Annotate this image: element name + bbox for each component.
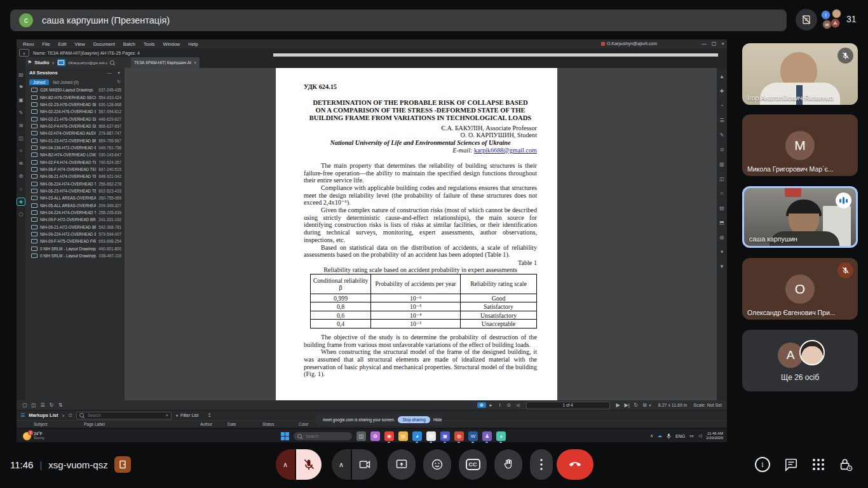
panel-tab-icon[interactable]: ▲ [718,73,726,80]
minimize-button[interactable]: — [702,41,707,46]
microphone-icon[interactable] [667,433,671,439]
hide-markups-icon[interactable]: ∅ [69,413,72,418]
session-list-item[interactable]: NIH-06-F-H74-OVERHEAD TELECOM-LE... 847-… [25,166,125,173]
session-list-item[interactable]: NIH-09-224-H72-OVERHEAD BRANCH PO... 579… [25,231,125,238]
column-header[interactable]: Subject [34,422,48,426]
panel-tab-icon[interactable]: ✎ [17,109,25,116]
reactions-button[interactable] [423,449,451,480]
activities-grid-button[interactable] [812,458,825,471]
pan-tool-icon[interactable]: ⊕ [477,402,486,408]
menu-item[interactable]: View [75,41,85,47]
onedrive-icon[interactable]: ☁ [658,433,662,438]
panel-tab-icon[interactable]: ◔ [718,102,726,109]
refresh-icon[interactable]: ↻ [117,79,121,85]
mic-button-muted[interactable] [296,449,322,480]
layout-icon[interactable]: ◫ [29,402,38,408]
info-button[interactable]: i [755,457,770,472]
panel-tab-icon[interactable]: ⊞ [17,122,25,129]
end-call-button[interactable] [557,449,593,480]
stop-sharing-button[interactable]: Stop sharing [398,416,430,423]
host-controls-lock-button[interactable] [839,458,853,471]
filter-list-button[interactable]: ▼ Filter List [175,413,198,417]
participants-count-button[interactable]: І м А 31 [821,9,857,29]
weather-widget[interactable]: 3 24°F Sunny [17,431,44,440]
start-button[interactable] [281,432,289,440]
taskbar-app-icon[interactable]: W [468,431,478,441]
column-header[interactable]: Color [299,422,309,426]
page-indicator[interactable]: 1 of 4 [526,402,610,409]
document-tab[interactable]: ТЕЗА КРАМ-НІТ| Карпушин АН ІТБ-25 × [131,57,200,68]
taskbar-app-icon[interactable]: ▣ [440,431,450,441]
panel-tab-icon[interactable]: ✎ [718,132,726,139]
menu-item[interactable]: Batch [123,41,135,47]
column-header[interactable]: Author [200,422,212,426]
session-list-item[interactable]: NIH-04-224-H74-OVERHEAD TELECOM-L... 258… [25,209,125,216]
camera-options-button[interactable]: ∧ [332,449,351,480]
session-list-item[interactable]: 0 NIH SRLM - Layout Drawings - Site Spa.… [25,245,125,252]
panel-tab-icon[interactable]: ✉ [17,160,25,167]
clear-search-icon[interactable]: × [166,413,168,417]
prev-page-icon[interactable]: ◀ [513,402,522,408]
session-list-item[interactable]: NIH-05-ALL AREAS-OVERHEAD LV AUDI... 209… [25,202,125,209]
panel-tab-icon[interactable]: ◍ [718,234,726,241]
contrast-icon[interactable]: ◐ [649,403,652,407]
more-options-button[interactable] [530,449,553,480]
account-indicator[interactable]: O.Karpushyn@ajsvit.com [601,41,657,46]
search-icon[interactable] [110,60,114,65]
email-link[interactable]: karpik6688@gmail.com [474,147,537,154]
panel-tab-icon[interactable]: ⬡ [17,211,25,218]
panel-tab-icon[interactable]: ✚ [718,88,726,95]
tab-close-icon[interactable]: × [194,60,196,65]
not-joined-tab[interactable]: Not Joined (0) [53,80,113,85]
panel-tab-icon[interactable]: ⌗ [718,190,726,197]
more-participants-tile[interactable]: A Ще 26 осіб [742,330,858,391]
menu-item[interactable]: Window [163,41,180,47]
markups-title[interactable]: Markups List [29,412,58,418]
layout-icon[interactable]: ☰ [38,402,47,408]
session-list-item[interactable]: NIH-06-23-H74-OVERHEAD TELECOM-L... 602-… [25,187,125,194]
panel-tab-icon[interactable]: ⚙ [17,173,25,180]
zoom-tool-icon[interactable]: ⊙ [505,402,513,408]
panel-tab-icon[interactable]: ◫ [17,135,25,142]
taskbar-search-input[interactable] [304,433,348,439]
taskbar-app-icon[interactable]: ◫ [356,431,366,441]
next-page-icon[interactable]: ▶ [614,402,623,408]
menu-item[interactable]: File [43,41,50,47]
language-indicator[interactable]: ENG [675,434,685,438]
transcript-disabled-button[interactable] [796,9,817,30]
session-list-item[interactable]: NIH-02-F4-H76-OVERHEAD SECURITY-LE... 86… [25,123,125,130]
menu-item[interactable]: Help [188,41,198,47]
session-list-item[interactable]: NIH-B2-H76-OVERHEAD SECURITY - LEV... 55… [25,93,125,100]
hide-banner-button[interactable]: Hide [433,417,442,422]
present-button[interactable] [388,449,416,480]
menu-item[interactable]: Tools [144,41,155,47]
session-list-item[interactable]: NIH-06-224-H74-OVERHEAD TELECOM-... 256-… [25,180,125,187]
volume-icon[interactable]: ◁ [698,433,702,438]
scale-status[interactable]: Scale: Not Set [693,403,722,407]
panel-tab-icon[interactable]: ✦ [718,248,726,255]
panel-tab-icon[interactable]: ⬒ [718,219,726,226]
column-header[interactable]: Status [262,422,274,426]
participant-tile[interactable]: O Олександр Євгенович При... [742,258,858,320]
panel-tab-icon[interactable]: ▼ [718,263,726,270]
taskbar-app-icon[interactable]: ▤ [398,431,408,441]
menu-item[interactable]: Revu [23,41,34,47]
session-list-item[interactable]: NIH-02-23-H76-OVERHEAD SECURITY L... 630… [25,101,125,108]
lock-icon[interactable]: ∨ [19,49,29,57]
session-list-item[interactable]: 0 NIH SRLM - Layout Drawings 038-497-116 [25,252,125,259]
panel-tab-icon[interactable]: ⊙ [718,146,726,153]
select-tool-icon[interactable]: ▸ [487,402,496,408]
participant-tile[interactable]: Ігор Анатолійович Яковенко [742,43,858,105]
grid-icon[interactable]: ⊞ [641,402,649,408]
collapse-icon[interactable]: — [107,70,112,76]
export-icon[interactable]: ↥ [207,412,212,418]
sync-icon[interactable]: ↻ [632,402,641,408]
close-button[interactable]: × [721,41,724,46]
display-icon[interactable]: ▭ [689,433,694,438]
taskbar-app-icon[interactable]: ◕ [412,431,422,441]
mic-options-button[interactable]: ∧ [276,449,295,480]
last-page-icon[interactable]: ▶| [623,402,632,408]
markups-search-input[interactable] [86,412,163,418]
column-header[interactable]: Page Label [84,422,105,426]
session-list-item[interactable]: NIH-09-F-H72-OVERHEAD BRANCH PO... 241-3… [25,216,125,223]
